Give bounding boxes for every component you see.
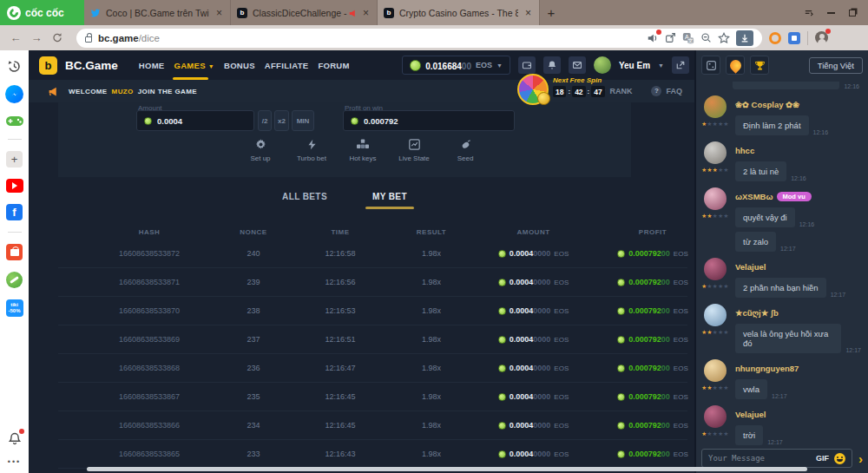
restore-button[interactable]	[849, 10, 856, 16]
bet-row[interactable]: 1660863853386823612:16:471.98x0.00040000…	[58, 354, 687, 383]
emoji-button[interactable]	[834, 453, 845, 464]
mute-tab-icon[interactable]	[647, 32, 659, 44]
bet-row[interactable]: 1660863853386923712:16:511.98x0.00040000…	[58, 325, 687, 354]
tab-close-icon[interactable]: ×	[214, 7, 224, 19]
tab-classicdice[interactable]: b ClassicDiceChallenge - An ×	[231, 0, 378, 25]
history-icon[interactable]	[7, 59, 22, 74]
nav-forum[interactable]: FORUM	[317, 59, 350, 72]
avatar[interactable]	[704, 359, 727, 382]
tab-twitter[interactable]: Coco | BC.Game trên Twitter: ×	[84, 0, 231, 25]
hot-keys-button[interactable]: Hot keys	[345, 139, 381, 162]
add-shortcut-button[interactable]: +	[6, 151, 23, 168]
avatar[interactable]	[704, 141, 727, 164]
user-avatar[interactable]	[594, 56, 611, 74]
games-icon[interactable]	[5, 115, 24, 128]
profit-main: 0.000792	[628, 249, 661, 258]
chat-language-button[interactable]: Tiếng Việt	[809, 57, 863, 74]
free-spin-widget[interactable]: Next Free Spin 18: 42: 47	[517, 74, 605, 105]
nav-games[interactable]: GAMES ▼	[173, 59, 215, 72]
chat-rain-button[interactable]	[701, 56, 720, 75]
extension-icon[interactable]	[788, 32, 800, 44]
avatar[interactable]	[704, 258, 727, 280]
translate-icon[interactable]: A文	[682, 32, 694, 44]
reload-button[interactable]	[50, 32, 64, 43]
nav-bonus[interactable]: BONUS	[223, 59, 256, 72]
setup-button[interactable]: Set up	[242, 139, 279, 162]
half-bet-button[interactable]: /2	[258, 110, 272, 131]
avatar[interactable]	[704, 304, 727, 326]
shopee-icon[interactable]	[6, 244, 23, 260]
coccoc-savings-icon[interactable]	[6, 272, 23, 288]
back-button[interactable]: ←	[9, 31, 23, 44]
notifications-bell-icon[interactable]	[8, 431, 22, 446]
username[interactable]: Yeu Em	[619, 61, 650, 70]
chat-message-list[interactable]: 12:16 ★★★★★❀✿ Cosplay ✿❀Định làm 2 phát1…	[696, 82, 868, 447]
chat-username[interactable]: hhcc	[735, 146, 754, 155]
turbo-bet-button[interactable]: Turbo bet	[293, 139, 330, 162]
forward-button[interactable]: →	[30, 31, 43, 44]
min-bet-button[interactable]: MIN	[292, 110, 314, 131]
faq-link[interactable]: ?FAQ	[651, 86, 682, 96]
spin-wheel-icon[interactable]	[517, 74, 549, 105]
nav-affiliate[interactable]: AFFILIATE	[264, 59, 310, 72]
chat-panel: Tiếng Việt 12:16 ★★★★★❀✿ Cosplay ✿❀Định …	[694, 50, 868, 473]
live-state-button[interactable]: Live State	[396, 139, 432, 162]
sidebar-more-icon[interactable]: •••	[8, 457, 21, 466]
trophy-icon	[754, 60, 766, 71]
url-text[interactable]: bc.game/dice	[98, 33, 641, 43]
profit-input[interactable]	[364, 116, 450, 126]
horizontal-scrollbar[interactable]	[87, 467, 807, 471]
facebook-icon[interactable]: f	[6, 204, 23, 220]
chat-toggle-button[interactable]	[672, 56, 689, 74]
share-icon[interactable]	[665, 32, 676, 43]
download-button[interactable]	[736, 30, 753, 46]
chat-contest-button[interactable]	[750, 56, 769, 75]
chat-input[interactable]: Your Message GIF	[701, 449, 852, 468]
bet-row[interactable]: 1660863853387123912:16:561.98x0.00040000…	[58, 268, 687, 297]
avatar[interactable]	[704, 187, 727, 210]
gif-button[interactable]: GIF	[816, 454, 829, 463]
bet-row[interactable]: 1660863853387023812:16:531.98x0.00040000…	[58, 297, 687, 325]
send-message-icon[interactable]: ›	[857, 451, 865, 466]
zoom-out-icon[interactable]	[700, 32, 712, 43]
new-tab-button[interactable]: +	[540, 0, 562, 25]
tiki-sale-icon[interactable]: tiki-50%	[6, 299, 23, 317]
bet-row[interactable]: 1660863853386523312:16:431.98x0.00040000…	[58, 440, 687, 469]
chat-username[interactable]: ★cũღj★ ʃb	[735, 308, 779, 318]
youtube-icon[interactable]	[6, 179, 23, 193]
tab-my-bet[interactable]: MY BET	[372, 192, 407, 209]
double-bet-button[interactable]: x2	[274, 110, 289, 131]
bet-row[interactable]: 1660863853386723512:16:451.98x0.00040000…	[58, 383, 687, 411]
chat-username[interactable]: ❀✿ Cosplay ✿❀	[735, 100, 799, 109]
minimize-button[interactable]	[827, 12, 835, 14]
bcgame-logo-icon[interactable]: b	[39, 56, 57, 75]
coccoc-update-icon[interactable]	[769, 32, 781, 44]
url-bar[interactable]: bc.game/dice A文	[76, 29, 762, 48]
avatar[interactable]	[704, 405, 727, 428]
chat-username[interactable]: ωXSMBω	[735, 192, 773, 201]
avatar[interactable]	[704, 95, 727, 118]
balance-selector[interactable]: 0.01668400 EOS ▼	[402, 56, 510, 75]
tab-close-icon[interactable]: ×	[361, 7, 371, 19]
bet-row[interactable]: 1660863853386623412:16:451.98x0.00040000…	[58, 411, 687, 440]
bet-row[interactable]: 1660863853387224012:16:581.98x0.00040000…	[58, 240, 687, 268]
chat-fireball-button[interactable]	[726, 56, 745, 75]
tab-all-bets[interactable]: ALL BETS	[282, 192, 327, 209]
bookmark-star-icon[interactable]	[718, 32, 730, 44]
coccoc-brand-button[interactable]: cốc cốc	[0, 0, 84, 25]
nav-home[interactable]: HOME	[138, 59, 166, 72]
chat-username[interactable]: Velajuel	[735, 262, 766, 272]
tab-list-icon[interactable]	[804, 8, 813, 17]
chat-username[interactable]: Velajuel	[735, 410, 766, 419]
amount-input[interactable]	[157, 116, 244, 126]
tab-crypto-casino-active[interactable]: b Crypto Casino Games - The 8 ×	[378, 0, 540, 25]
chat-username[interactable]: nhungnguyen87	[735, 364, 799, 373]
messages-button[interactable]	[569, 56, 586, 74]
profile-button[interactable]	[815, 31, 828, 44]
seed-button[interactable]: Seed	[447, 139, 483, 162]
tab-close-icon[interactable]: ×	[523, 7, 533, 19]
wallet-button[interactable]	[518, 56, 536, 74]
bcgame-logo-text[interactable]: BC.Game	[65, 59, 118, 72]
notifications-button[interactable]	[543, 56, 561, 74]
messenger-icon[interactable]	[5, 85, 23, 103]
